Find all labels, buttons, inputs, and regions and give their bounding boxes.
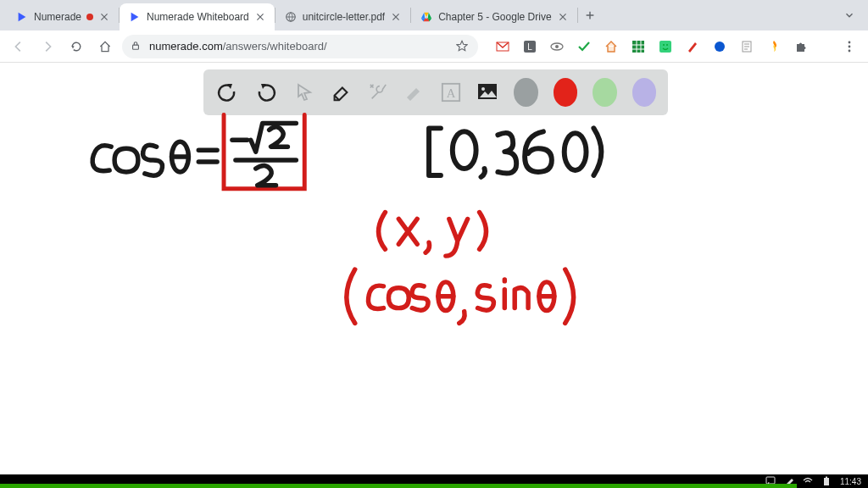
svg-point-25 [849,49,851,52]
eraser-tool[interactable] [330,80,352,105]
svg-marker-6 [421,13,425,19]
lock-icon [131,41,142,53]
close-icon[interactable] [557,11,569,23]
color-red[interactable] [554,78,577,107]
svg-rect-17 [632,41,644,53]
pointer-tool[interactable] [293,80,314,105]
svg-point-36 [539,282,554,311]
google-drive-icon [420,10,433,24]
svg-point-34 [565,133,587,170]
tab-numerade[interactable]: Numerade [7,3,119,30]
svg-rect-39 [826,477,827,479]
svg-point-31 [481,87,485,91]
tools-icon[interactable] [367,80,388,105]
numerade-icon [15,10,29,24]
tab-title: unitcircle-letter.pdf [303,11,385,23]
svg-marker-4 [425,13,429,17]
menu-button[interactable] [837,35,861,58]
new-tab-button[interactable] [578,3,602,27]
svg-point-19 [663,44,665,46]
system-status-bar: 11:43 [0,474,868,488]
svg-text:L: L [527,42,532,52]
svg-point-23 [849,41,851,43]
browser-toolbar: numerade.com/answers/whiteboard/ L [0,30,868,63]
whiteboard-toolbar: A [203,69,668,115]
browser-tabstrip: Numerade Numerade Whiteboard unitcircle-… [0,0,868,30]
smiley-icon[interactable] [658,39,673,54]
bookmark-star-icon[interactable] [456,40,470,53]
svg-marker-26 [227,84,232,89]
svg-point-16 [555,45,559,48]
wifi-icon[interactable] [803,476,813,486]
chevron-down-icon[interactable] [837,3,861,27]
svg-point-35 [438,282,453,311]
handwriting-layer [0,63,868,474]
close-icon[interactable] [98,11,110,23]
undo-button[interactable] [215,80,239,105]
lastpass-icon[interactable]: L [522,39,537,54]
svg-rect-37 [766,477,775,484]
tab-whiteboard[interactable]: Numerade Whiteboard [120,3,275,30]
tab-title: Numerade [34,11,81,23]
reload-button[interactable] [64,35,88,58]
svg-point-20 [666,44,668,46]
tab-pdf[interactable]: unitcircle-letter.pdf [275,3,410,30]
house-icon[interactable] [604,39,619,54]
clock-text: 11:43 [840,477,861,486]
url-host: numerade.com [149,40,223,53]
battery-icon[interactable] [821,476,832,486]
svg-text:A: A [446,86,455,100]
svg-marker-0 [19,13,26,22]
svg-rect-11 [133,45,139,49]
home-button[interactable] [93,35,117,58]
circle-blue-icon[interactable] [712,39,727,54]
redo-button[interactable] [254,80,278,105]
pen-red-icon[interactable] [685,39,700,54]
check-icon[interactable] [576,39,592,54]
svg-point-24 [849,45,851,47]
extension-row: L [495,39,809,54]
close-icon[interactable] [390,11,402,23]
svg-point-32 [172,141,189,172]
svg-point-21 [715,42,725,52]
svg-marker-27 [261,84,266,89]
back-button[interactable] [7,35,31,58]
color-green[interactable] [593,78,616,107]
svg-marker-1 [131,13,139,22]
tab-title: Chapter 5 - Google Drive [438,11,551,23]
page-icon[interactable] [739,39,754,54]
text-box-tool[interactable]: A [440,80,461,105]
forward-button[interactable] [36,35,59,58]
url-text: numerade.com/answers/whiteboard/ [149,40,449,53]
svg-point-33 [453,131,476,169]
audio-indicator-icon [86,14,93,20]
svg-marker-10 [71,46,74,48]
erase-stroke-icon[interactable] [403,80,425,105]
color-purple[interactable] [632,78,656,107]
svg-rect-38 [824,478,829,485]
image-tool[interactable] [476,80,498,105]
address-bar[interactable]: numerade.com/answers/whiteboard/ [122,35,478,58]
tab-drive[interactable]: Chapter 5 - Google Drive [411,3,576,30]
flame-icon[interactable] [766,39,782,54]
eye-icon[interactable] [549,39,565,54]
close-icon[interactable] [254,11,266,23]
grid-green-icon[interactable] [631,39,646,54]
progress-indicator [0,484,797,488]
numerade-icon [128,10,142,24]
svg-rect-18 [659,41,671,53]
puzzle-icon[interactable] [793,39,809,54]
gmail-icon[interactable] [495,39,510,54]
whiteboard-canvas[interactable]: A [0,63,868,474]
globe-icon [284,10,298,24]
color-gray[interactable] [514,78,537,107]
url-path: /answers/whiteboard/ [223,40,327,53]
svg-marker-5 [428,13,431,19]
tab-title: Numerade Whiteboard [147,11,249,23]
